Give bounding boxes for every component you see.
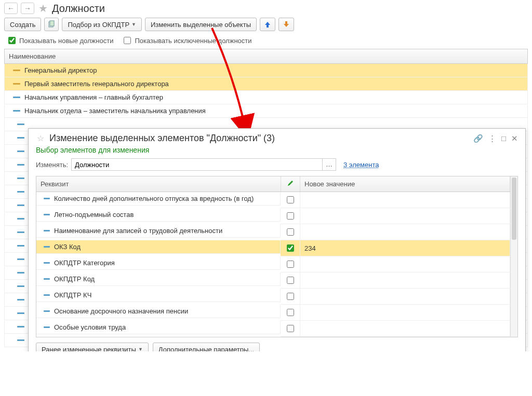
change-selected-label: Изменить выделенные объекты (151, 21, 251, 29)
change-input-wrap[interactable]: … (71, 158, 336, 171)
move-down-button[interactable] (278, 18, 294, 31)
move-up-button[interactable] (260, 18, 275, 31)
attr-row[interactable]: Особые условия труда (36, 321, 510, 337)
show-new-checkbox[interactable]: Показывать новые должности (6, 35, 113, 46)
prev-changed-label: Ранее измененные реквизиты (42, 346, 136, 352)
show-new-label: Показывать новые должности (19, 37, 113, 45)
row-name: Начальник отдела – заместитель начальник… (24, 107, 206, 115)
attr-checkbox[interactable] (287, 228, 294, 236)
item-icon (17, 285, 24, 287)
item-icon (17, 272, 24, 274)
forward-button[interactable]: → (21, 3, 34, 14)
arrow-down-icon (283, 21, 290, 28)
item-icon (44, 214, 50, 215)
attr-checkbox[interactable] (287, 212, 294, 220)
prev-changed-button[interactable]: Ранее измененные реквизиты ▼ (36, 343, 149, 351)
item-icon (17, 326, 24, 327)
dropdown-caret-icon: ▼ (138, 347, 143, 351)
table-row[interactable]: Первый заместитель генерального директор… (4, 77, 528, 91)
attr-row[interactable]: ОКПДТР Код (36, 272, 510, 289)
item-icon (17, 339, 24, 341)
table-scrollbar[interactable] (510, 176, 517, 337)
item-icon (13, 110, 20, 112)
attr-name: ОКПДТР КЧ (54, 291, 91, 299)
show-excluded-input[interactable] (124, 37, 131, 44)
item-icon (17, 204, 24, 206)
attr-name: Летно-подъемный состав (54, 211, 134, 219)
attr-row[interactable]: Основание досрочного назначения пенсии (36, 305, 510, 321)
pick-okpdtr-button[interactable]: Подбор из ОКПДТР ▼ (62, 18, 142, 31)
close-icon[interactable]: ✕ (511, 134, 518, 143)
attr-row[interactable]: Летно-подъемный состав (36, 208, 510, 224)
show-excluded-checkbox[interactable]: Показывать исключенные должности (122, 35, 251, 46)
item-icon (44, 326, 50, 328)
attr-name: Наименование для записей о трудовой деят… (54, 227, 222, 235)
item-icon (44, 262, 50, 264)
kebab-icon[interactable]: ⋮ (488, 134, 496, 143)
attr-checkbox[interactable] (287, 244, 294, 252)
create-label: Создать (10, 21, 35, 29)
favorite-star-icon[interactable]: ★ (38, 2, 48, 15)
attr-checkbox[interactable] (287, 325, 294, 332)
attr-checkbox[interactable] (287, 293, 294, 300)
back-button[interactable]: ← (4, 3, 18, 14)
attr-name: Особые условия труда (54, 323, 126, 331)
item-icon (17, 231, 24, 233)
elements-link[interactable]: 3 элемента (343, 161, 379, 169)
col-edit-icon (281, 176, 300, 192)
attr-checkbox[interactable] (287, 277, 294, 284)
table-row[interactable]: Начальник управления – главный бухгалтер (4, 91, 528, 104)
table-row[interactable]: Генеральный директор (4, 64, 528, 77)
item-icon (17, 312, 24, 314)
item-icon (44, 230, 50, 231)
attributes-table: Реквизит Новое значение Количество дней … (36, 176, 510, 337)
scroll-thumb[interactable] (512, 177, 516, 240)
maximize-icon[interactable]: □ (501, 134, 506, 143)
attr-checkbox[interactable] (287, 309, 294, 316)
copy-button[interactable] (44, 18, 59, 31)
dialog-star-icon[interactable]: ☆ (37, 133, 44, 143)
table-row[interactable]: Начальник отдела – заместитель начальник… (4, 104, 528, 118)
create-button[interactable]: Создать (4, 18, 41, 31)
dialog-title: Изменение выделенных элементов "Должност… (49, 133, 469, 144)
row-name: Начальник управления – главный бухгалтер (24, 93, 163, 101)
copy-icon (47, 20, 56, 29)
item-icon (13, 83, 20, 85)
item-icon (44, 310, 50, 312)
svg-rect-1 (50, 21, 54, 26)
attr-name: Количество дней дополнительного отпуска … (54, 195, 254, 202)
attr-name: ОКЗ Код (54, 243, 81, 251)
attr-name: ОКПДТР Категория (54, 259, 115, 267)
attr-checkbox[interactable] (287, 261, 294, 268)
item-icon (17, 137, 24, 139)
attr-name: Основание досрочного назначения пенсии (54, 307, 188, 315)
item-icon (13, 97, 20, 98)
col-name: Реквизит (36, 176, 281, 192)
item-icon (17, 164, 24, 166)
page-title: Должности (52, 3, 105, 15)
item-icon (17, 245, 24, 247)
extra-params-label: Дополнительные параметры... (158, 346, 254, 352)
link-icon[interactable]: 🔗 (473, 134, 483, 143)
attr-name: ОКПДТР Код (54, 275, 95, 283)
extra-params-button[interactable]: Дополнительные параметры... (153, 343, 260, 351)
item-icon (17, 151, 24, 152)
change-selected-button[interactable]: Изменить выделенные объекты (145, 18, 257, 31)
attr-row[interactable]: ОКЗ Код234 (36, 240, 510, 256)
grid-header: Наименование (4, 49, 528, 64)
item-icon (17, 124, 24, 125)
attr-row[interactable]: Наименование для записей о трудовой деят… (36, 224, 510, 240)
attr-row[interactable]: ОКПДТР Категория (36, 256, 510, 272)
item-icon (13, 70, 20, 71)
show-new-input[interactable] (8, 37, 16, 44)
attr-row[interactable]: Количество дней дополнительного отпуска … (36, 192, 510, 208)
change-input[interactable] (72, 161, 322, 169)
item-icon (17, 258, 24, 260)
item-icon (44, 278, 50, 280)
attr-checkbox[interactable] (287, 196, 294, 203)
dialog-subtitle: Выбор элементов для изменения (36, 146, 518, 154)
attr-row[interactable]: ОКПДТР КЧ (36, 289, 510, 305)
pencil-icon (287, 180, 294, 187)
row-name: Первый заместитель генерального директор… (24, 80, 169, 88)
lookup-button[interactable]: … (322, 159, 336, 170)
